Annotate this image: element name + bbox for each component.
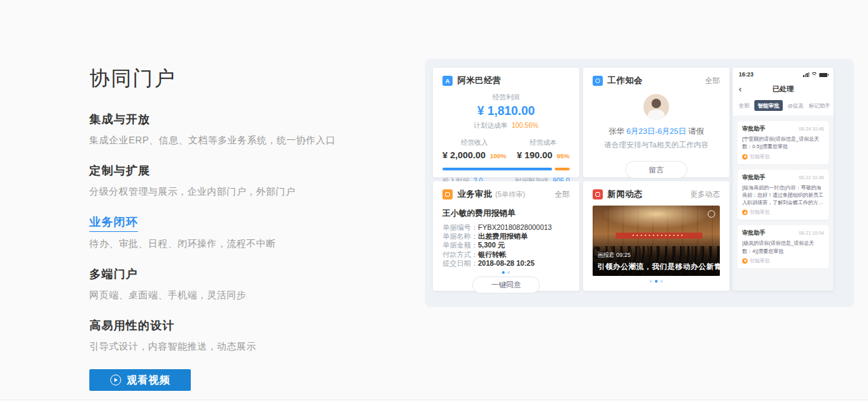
plan-rate-value: 100.56% [511,122,538,129]
work-notify-app-icon [593,76,603,86]
plan-rate-label: 计划达成率 [474,122,507,129]
news-app-icon [593,189,603,199]
message-body: [杨岚的请假(请假信息_请假总天数：4)]需要您审批 [742,239,824,255]
message-time: 06-22 10:46 [799,175,824,180]
feature-heading[interactable]: 集成与开放 [89,112,407,127]
feature-item-integration[interactable]: 集成与开放 集成企业ERP、信息、文档等多业务系统，统一协作入口 [89,112,407,147]
news-title: 新闻动态 [608,189,643,200]
phone-page-title: 已处理 [773,85,794,94]
phone-message-list: 审批助手 06-24 10:46 [宁亚丽的请假(请假信息_请假总天数：0.5)… [733,116,833,291]
message-card[interactable]: 审批助手 06-21 10:04 [杨岚的请假(请假信息_请假总天数：4)]需要… [737,225,829,268]
progress-income-segment [442,168,552,170]
amoeba-card-title: 阿米巴经营 [457,75,501,87]
news-pagination-dots[interactable] [593,280,720,283]
plan-rate: 计划达成率 100.56% [442,121,570,131]
message-card[interactable]: 审批助手 06-24 10:46 [宁亚丽的请假(请假信息_请假总天数：0.5)… [737,121,829,164]
feature-desc: 网页端、桌面端、手机端，灵活同步 [89,289,407,302]
feature-heading[interactable]: 高易用性的设计 [89,318,407,333]
battery-icon [819,73,827,77]
wifi-icon [811,72,817,77]
phone-clock: 16:23 [739,71,754,78]
message-tag: 智能审批 [742,209,824,216]
message-tag: 智能审批 [742,153,824,160]
one-click-approve-button[interactable]: 一键同意 [472,277,540,293]
doc-field-date: 提交日期： 2018-08-28 10:25 [442,259,570,268]
news-byline: 画报君 09:25 [597,252,631,260]
tab-smart-approval[interactable]: 智能审批 [754,100,783,111]
approval-pagination-dots[interactable] [442,271,570,274]
feature-item-customization[interactable]: 定制与扩展 分级分权管理与展示，企业内部门户，外部门户 [89,163,407,198]
cost-stat: 经营成本 ¥ 190.00 95% [517,138,570,161]
smart-approval-icon [742,154,748,160]
feature-item-closed-loop[interactable]: 业务闭环 待办、审批、日程、闭环操作，流程不中断 [89,214,407,250]
feature-item-multi-end[interactable]: 多端门户 网页端、桌面端、手机端，灵活同步 [89,266,407,302]
feature-heading[interactable]: 定制与扩展 [89,163,407,179]
feature-nav: 协同门户 集成与开放 集成企业ERP、信息、文档等多业务系统，统一协作入口 定制… [89,65,407,391]
message-body: [宁亚丽的请假(请假信息_请假总天数：0.5)]需要您审批 [742,135,824,151]
collab-portal-section: 协同门户 集成与开放 集成企业ERP、信息、文档等多业务系统，统一协作入口 定制… [0,0,868,403]
doc-field-name: 单据名称： 出差费用报销单 [442,232,570,241]
cost-value: ¥ 190.00 [517,150,553,160]
watch-video-button[interactable]: 观看视频 [89,369,191,391]
expense-doc-title: 王小敏的费用报销单 [442,208,570,219]
message-time: 06-24 10:46 [799,126,824,131]
phone-status-bar: 16:23 [733,68,833,81]
feature-desc: 待办、审批、日程、闭环操作，流程不中断 [89,238,407,250]
income-value: ¥ 2,000.00 [442,150,486,160]
phone-preview: 16:23 ‹ 已处理 全部 智能审批 @提及 标记助手 会易订 [733,68,833,291]
leave-type: 请假 [688,127,704,135]
leave-message-button[interactable]: 留言 [625,161,687,179]
news-header: 新闻动态 更多动态 [593,189,720,200]
feature-heading-active[interactable]: 业务闭环 [89,214,138,232]
app-preview-panel: A 阿米巴经营 经营利润 ¥ 1,810.00 计划达成率 100.56% 经营… [425,59,854,307]
message-sender: 审批助手 [742,229,765,237]
work-notify-card: 工作知会 全部 张华 6月23日-6月25日 请假 请合理安排与Ta相关的工作内… [583,68,729,177]
expense-doc-fields: 单据编号： FYBX20180828000013 单据名称： 出差费用报销单 单… [442,223,570,268]
approval-app-icon [442,189,453,199]
feature-heading[interactable]: 多端门户 [89,266,407,282]
income-label: 经营收入 [442,138,507,147]
amoeba-card: A 阿米巴经营 经营利润 ¥ 1,810.00 计划达成率 100.56% 经营… [433,68,579,177]
message-tag: 智能审批 [742,258,824,264]
income-cost-row: 经营收入 ¥ 2,000.00 100% 经营成本 ¥ 190.00 95% [442,138,570,161]
income-cost-progress-bar [442,168,570,170]
message-body: [给海燕姐的一封信(内容：尊敬的海燕姐：您好！通过集团组织的新员工入职训练营，了… [742,184,824,207]
tab-mark-assistant[interactable]: 标记助手 [808,102,830,110]
profit-label: 经营利润 [442,93,570,102]
work-notify-all-link[interactable]: 全部 [705,76,720,86]
news-card: 新闻动态 更多动态 画报君 09:25 引领办公潮流，我们是移动办公新青年！ [583,181,729,291]
person-name: 张华 [609,127,624,135]
approval-all-link[interactable]: 全部 [555,189,570,199]
leave-note: 请合理安排与Ta相关的工作内容 [593,140,720,150]
play-icon [110,375,121,385]
work-notify-header: 工作知会 全部 [593,75,720,87]
leave-dates: 6月23日-6月25日 [626,127,686,135]
cost-percent: 95% [557,152,570,160]
work-notify-title: 工作知会 [608,75,643,87]
amoeba-app-icon: A [442,76,453,86]
message-card[interactable]: 审批助手 06-22 10:46 [给海燕姐的一封信(内容：尊敬的海燕姐：您好！… [737,170,829,220]
phone-filter-tabs: 全部 智能审批 @提及 标记助手 会易订 [733,97,833,116]
doc-field-number: 单据编号： FYBX20180828000013 [442,223,570,232]
phone-status-icons [803,72,827,77]
back-chevron-icon[interactable]: ‹ [739,82,741,97]
section-divider [0,400,868,403]
approval-title: 业务审批 [457,189,493,200]
amoeba-card-header: A 阿米巴经营 [442,75,570,87]
news-more-link[interactable]: 更多动态 [690,189,720,199]
message-sender: 审批助手 [742,125,765,133]
approval-header: 业务审批 (5单待审) 全部 [442,189,570,200]
signal-icon [803,72,809,77]
feature-desc: 分级分权管理与展示，企业内部门户，外部门户 [89,186,407,198]
doc-field-payment: 付款方式： 银行转帐 [442,250,570,259]
watch-video-label: 观看视频 [127,374,170,387]
approval-pending-badge: (5单待审) [495,190,525,199]
news-photo[interactable]: 画报君 09:25 引领办公潮流，我们是移动办公新青年！ [593,206,720,276]
feature-item-usability[interactable]: 高易用性的设计 引导式设计，内容智能推送，动态展示 [89,318,407,353]
income-percent: 100% [490,152,506,160]
tab-all[interactable]: 全部 [739,102,750,110]
tab-mentions[interactable]: @提及 [787,102,804,110]
doc-field-amount: 单据金额： 5,300 元 [442,241,570,250]
smart-approval-icon [742,258,748,264]
cost-label: 经营成本 [517,138,570,147]
